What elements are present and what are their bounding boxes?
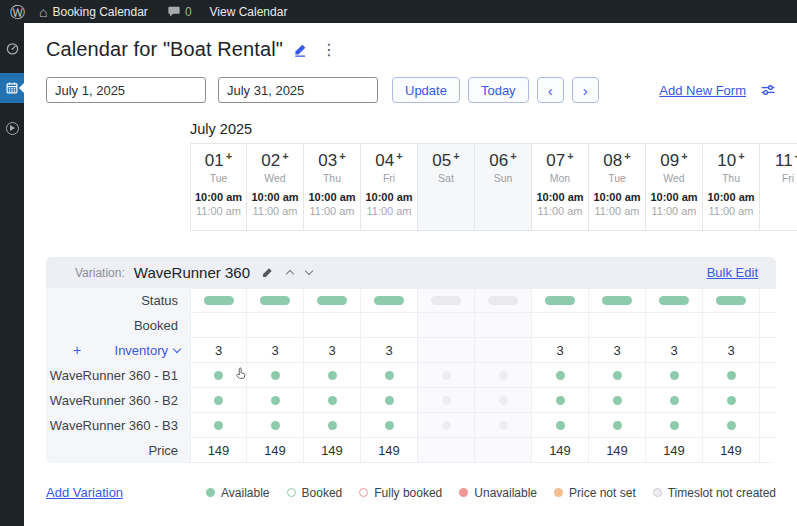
availability-dot[interactable] [556, 421, 565, 430]
add-timeslot-icon[interactable]: + [738, 151, 744, 162]
table-cell[interactable] [475, 438, 532, 463]
inventory-label-group[interactable]: Inventory [115, 338, 180, 363]
table-cell[interactable] [247, 413, 304, 438]
table-cell[interactable] [247, 313, 304, 338]
prev-period-button[interactable]: ‹ [537, 77, 564, 103]
status-pill-available[interactable] [204, 296, 234, 305]
table-cell[interactable] [304, 413, 361, 438]
table-cell[interactable] [703, 363, 760, 388]
sidebar-item-media[interactable] [0, 113, 24, 143]
table-cell[interactable] [646, 288, 703, 313]
table-cell[interactable] [361, 413, 418, 438]
calendar-day-cell[interactable]: 07+Mon10:00 am11:00 am [532, 144, 589, 230]
calendar-day-cell[interactable]: 11+Fri [760, 144, 797, 230]
timeslot-time-2[interactable]: 11:00 am [532, 205, 588, 217]
availability-dot[interactable] [385, 421, 394, 430]
timeslot-time-1[interactable]: 10:00 am [247, 191, 303, 203]
table-cell[interactable] [646, 313, 703, 338]
table-cell[interactable] [703, 413, 760, 438]
timeslot-time-1[interactable]: 10:00 am [361, 191, 417, 203]
table-cell[interactable] [361, 313, 418, 338]
availability-dot[interactable] [328, 421, 337, 430]
table-cell[interactable] [475, 338, 532, 363]
add-timeslot-icon[interactable]: + [453, 151, 459, 162]
table-cell[interactable] [475, 388, 532, 413]
availability-dot[interactable] [670, 421, 679, 430]
timeslot-time-1[interactable]: 10:00 am [589, 191, 645, 203]
availability-dot[interactable] [613, 396, 622, 405]
add-timeslot-icon[interactable]: + [624, 151, 630, 162]
table-cell[interactable]: 149 [532, 438, 589, 463]
calendar-day-cell[interactable]: 08+Tue10:00 am11:00 am [589, 144, 646, 230]
table-cell[interactable] [418, 313, 475, 338]
timeslot-time-2[interactable]: 11:00 am [361, 205, 417, 217]
table-cell[interactable] [532, 363, 589, 388]
availability-dot[interactable] [556, 371, 565, 380]
table-cell[interactable] [361, 363, 418, 388]
view-calendar-link[interactable]: View Calendar [210, 5, 288, 19]
status-pill-available[interactable] [659, 296, 689, 305]
bulk-edit-link[interactable]: Bulk Edit [707, 265, 758, 280]
availability-dot[interactable] [727, 421, 736, 430]
table-cell[interactable] [418, 438, 475, 463]
chevron-up-icon[interactable] [286, 270, 294, 278]
table-cell[interactable] [475, 313, 532, 338]
table-cell[interactable] [475, 413, 532, 438]
add-timeslot-icon[interactable]: + [510, 151, 516, 162]
table-cell[interactable] [418, 363, 475, 388]
availability-dot[interactable] [271, 396, 280, 405]
availability-dot[interactable] [613, 371, 622, 380]
status-pill-available[interactable] [545, 296, 575, 305]
add-timeslot-icon[interactable]: + [567, 151, 573, 162]
table-cell[interactable] [304, 363, 361, 388]
table-cell[interactable] [418, 338, 475, 363]
availability-dot[interactable] [328, 396, 337, 405]
add-timeslot-icon[interactable]: + [226, 151, 232, 162]
table-cell[interactable] [589, 388, 646, 413]
table-cell[interactable] [418, 413, 475, 438]
availability-dot[interactable] [214, 371, 223, 380]
table-cell[interactable] [532, 313, 589, 338]
table-cell[interactable]: 3 [532, 338, 589, 363]
table-cell[interactable] [589, 288, 646, 313]
timeslot-time-2[interactable]: 11:00 am [191, 205, 246, 217]
table-cell[interactable] [475, 288, 532, 313]
table-cell[interactable] [190, 388, 247, 413]
timeslot-time-2[interactable]: 11:00 am [589, 205, 645, 217]
table-cell[interactable] [418, 288, 475, 313]
add-timeslot-icon[interactable]: + [681, 151, 687, 162]
table-cell[interactable] [247, 363, 304, 388]
availability-dot[interactable] [556, 396, 565, 405]
table-cell[interactable] [646, 413, 703, 438]
wordpress-logo-icon[interactable]: Ⓦ [10, 4, 25, 19]
table-cell[interactable] [646, 363, 703, 388]
sidebar-item-dashboard[interactable] [0, 33, 24, 63]
timeslot-time-1[interactable]: 10:00 am [646, 191, 702, 203]
table-cell[interactable] [190, 288, 247, 313]
table-cell[interactable] [361, 288, 418, 313]
admin-bar-comments[interactable]: 0 [168, 5, 192, 19]
availability-dot[interactable] [727, 371, 736, 380]
table-cell[interactable] [703, 313, 760, 338]
table-cell[interactable] [589, 413, 646, 438]
calendar-day-cell[interactable]: 01+Tue10:00 am11:00 am [190, 144, 247, 230]
calendar-day-cell[interactable]: 06+Sun [475, 144, 532, 230]
add-timeslot-icon[interactable]: + [282, 151, 288, 162]
table-cell[interactable] [532, 288, 589, 313]
availability-dot[interactable] [670, 396, 679, 405]
next-period-button[interactable]: › [572, 77, 599, 103]
calendar-day-cell[interactable]: 10+Thu10:00 am11:00 am [703, 144, 760, 230]
admin-bar-site-menu[interactable]: ⌂ Booking Calendar [39, 5, 148, 19]
table-cell[interactable]: 149 [646, 438, 703, 463]
availability-dot[interactable] [385, 396, 394, 405]
today-button[interactable]: Today [468, 77, 529, 103]
add-timeslot-icon[interactable]: + [396, 151, 402, 162]
calendar-day-cell[interactable]: 09+Wed10:00 am11:00 am [646, 144, 703, 230]
add-timeslot-icon[interactable]: + [339, 151, 345, 162]
calendar-day-cell[interactable]: 02+Wed10:00 am11:00 am [247, 144, 304, 230]
table-cell[interactable] [247, 288, 304, 313]
availability-dot[interactable] [271, 371, 280, 380]
table-cell[interactable] [304, 288, 361, 313]
table-cell[interactable]: 3 [646, 338, 703, 363]
availability-dot[interactable] [271, 421, 280, 430]
